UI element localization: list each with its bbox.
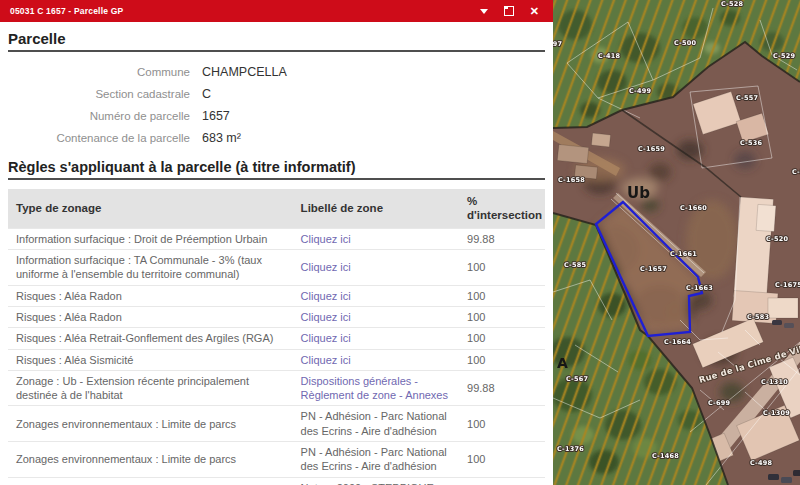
field-value: 683 m² (202, 131, 545, 145)
column-header: % d'intersection (459, 189, 545, 228)
rule-row: Risques : Aléa RadonCliquez ici100 (8, 285, 545, 306)
map-parcel-label: C-418 (598, 52, 620, 60)
rule-row: Risques : Aléa RadonCliquez ici100 (8, 306, 545, 327)
parcel-info-panel: 05031 C 1657 - Parcelle GP ✕ Parcelle Co… (0, 0, 553, 485)
map-parcel-label: C-500 (674, 39, 696, 47)
rule-row: Risques : Aléa Retrait-Gonflement des Ar… (8, 328, 545, 349)
rule-row: Zonages environnementaux : Natura 2000 Z… (8, 477, 545, 485)
rules-table: Type de zonageLibellé de zone% d'interse… (8, 189, 545, 485)
map-parcel-label: C-1657 (640, 265, 667, 273)
map-parcel-label: C-1376 (557, 445, 584, 453)
zone-label-a: A (557, 355, 568, 371)
window-title: 05031 C 1657 - Parcelle GP (10, 6, 480, 16)
zoning-type: Information surfacique : TA Communale - … (8, 250, 293, 286)
parcel-heading: Parcelle (8, 30, 545, 52)
zoning-type: Risques : Aléa Retrait-Gonflement des Ar… (8, 328, 293, 349)
window-titlebar[interactable]: 05031 C 1657 - Parcelle GP ✕ (0, 0, 553, 22)
parcel-field-row: Numéro de parcelle1657 (8, 105, 545, 127)
intersection-value: 100 (459, 406, 545, 442)
map-parcel-label: C-1309 (763, 409, 790, 417)
zone-label-link[interactable]: Cliquez ici (301, 290, 351, 302)
zone-label-link[interactable]: Cliquez ici (301, 233, 351, 245)
zoning-type: Zonages environnementaux : Limite de par… (8, 442, 293, 478)
intersection-value: 100 (459, 442, 545, 478)
rules-table-header-row: Type de zonageLibellé de zone% d'interse… (8, 189, 545, 228)
map-parcel-label: C-1660 (680, 204, 707, 212)
map-parcel-label: C-585 (564, 261, 586, 269)
close-icon[interactable]: ✕ (530, 6, 539, 17)
map-parcel-label: C-1663 (686, 284, 713, 292)
intersection-value: 99.88 (459, 370, 545, 406)
zoning-type: Risques : Aléa Radon (8, 285, 293, 306)
map-parcel-label: C-529 (773, 52, 795, 60)
intersection-value: 100 (459, 250, 545, 286)
zone-label-link[interactable]: Cliquez ici (301, 332, 351, 344)
zoning-type: Risques : Aléa Radon (8, 306, 293, 327)
parcel-field-row: CommuneCHAMPCELLA (8, 61, 545, 83)
zoning-type: Information surfacique : Droit de Préemp… (8, 228, 293, 249)
panel-content: Parcelle CommuneCHAMPCELLASection cadast… (0, 22, 553, 485)
zoning-type: Zonage : Ub - Extension récente principa… (8, 370, 293, 406)
map-parcel-label: C-520 (766, 235, 788, 243)
field-label: Section cadastrale (8, 88, 190, 100)
app-window: 05031 C 1657 - Parcelle GP ✕ Parcelle Co… (0, 0, 800, 485)
collapse-caret-icon[interactable] (480, 9, 488, 18)
zone-label-link[interactable]: Dispositions générales - Règlement de zo… (301, 375, 448, 401)
rules-heading: Règles s'appliquant à la parcelle (à tit… (8, 159, 545, 180)
intersection-value: 100 (459, 328, 545, 349)
map-parcel-label: C-583 (747, 313, 769, 321)
zone-label-text: PN - Adhésion - Parc National des Ecrins… (301, 446, 447, 472)
zone-label-text: Natura 2000 - STEPPIQUE DURANCIEN ET QUE… (301, 482, 434, 485)
map-parcel-label: C-1664 (664, 338, 691, 346)
zoning-type: Zonages environnementaux : Natura 2000 Z… (8, 477, 293, 485)
intersection-value: 100 (459, 477, 545, 485)
map-parcel-label: C-499 (629, 87, 651, 95)
field-value: 1657 (202, 109, 545, 123)
column-header: Type de zonage (8, 189, 293, 228)
map-parcel-label: C-699 (708, 399, 730, 407)
map-parcel-label: C-498 (750, 459, 772, 467)
rule-row: Zonage : Ub - Extension récente principa… (8, 370, 545, 406)
intersection-value: 100 (459, 285, 545, 306)
map-viewport[interactable]: C-497C-418C-500C-499C-528C-529C-557C-536… (553, 0, 800, 485)
intersection-value: 100 (459, 349, 545, 370)
rule-row: Zonages environnementaux : Limite de par… (8, 442, 545, 478)
zone-label-link[interactable]: Cliquez ici (301, 261, 351, 273)
map-parcel-label: C-1659 (638, 145, 665, 153)
zoning-type: Zonages environnementaux : Limite de par… (8, 406, 293, 442)
map-parcel-label: C-497 (553, 40, 562, 48)
map-parcel-label: C-1310 (761, 378, 788, 386)
detach-window-icon[interactable] (504, 6, 514, 16)
rule-row: Zonages environnementaux : Limite de par… (8, 406, 545, 442)
cadastral-map: C-497C-418C-500C-499C-528C-529C-557C-536… (553, 0, 800, 485)
field-label: Commune (8, 66, 190, 78)
rule-row: Risques : Aléa SismicitéCliquez ici100 (8, 349, 545, 370)
map-parcel-label: C-567 (566, 375, 588, 383)
zone-label-text: PN - Adhésion - Parc National des Ecrins… (301, 410, 447, 436)
intersection-value: 99.88 (459, 228, 545, 249)
field-label: Contenance de la parcelle (8, 132, 190, 144)
map-parcel-label: C-5 (792, 168, 800, 176)
intersection-value: 100 (459, 306, 545, 327)
map-parcel-label: C-1661 (670, 250, 697, 258)
map-parcel-label: C-1675 (775, 281, 800, 289)
rule-row: Information surfacique : TA Communale - … (8, 250, 545, 286)
map-parcel-label: C-557 (736, 94, 758, 102)
parcel-field-row: Contenance de la parcelle683 m² (8, 127, 545, 149)
map-parcel-label: C-528 (721, 0, 743, 8)
field-value: CHAMPCELLA (202, 65, 545, 79)
field-value: C (202, 87, 545, 101)
field-label: Numéro de parcelle (8, 110, 190, 122)
map-parcel-label: C-1468 (652, 452, 679, 460)
column-header: Libellé de zone (293, 189, 459, 228)
zone-label-link[interactable]: Cliquez ici (301, 354, 351, 366)
zone-label-ub: Ub (627, 184, 650, 202)
zone-label-link[interactable]: Cliquez ici (301, 311, 351, 323)
parcel-fields: CommuneCHAMPCELLASection cadastraleCNumé… (8, 61, 545, 149)
rule-row: Information surfacique : Droit de Préemp… (8, 228, 545, 249)
zoning-type: Risques : Aléa Sismicité (8, 349, 293, 370)
map-parcel-label: C-536 (740, 139, 762, 147)
parcel-field-row: Section cadastraleC (8, 83, 545, 105)
map-parcel-label: C-1658 (558, 176, 585, 184)
